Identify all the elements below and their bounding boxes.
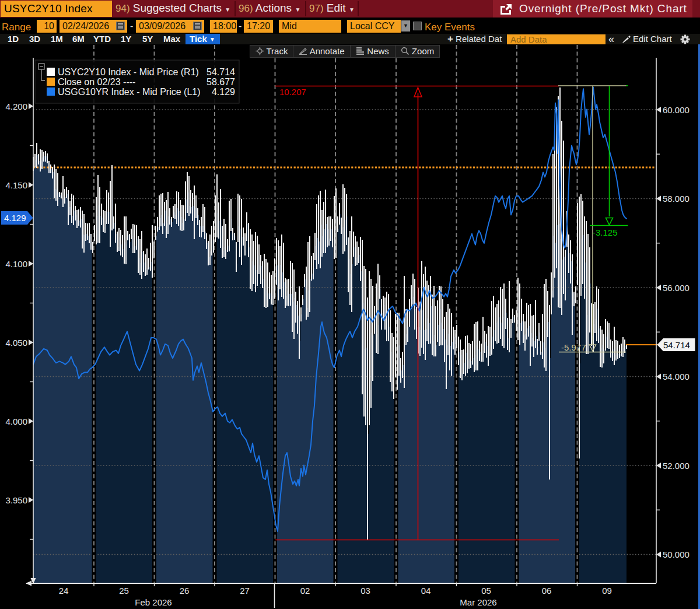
- svg-text:4.129: 4.129: [212, 87, 235, 97]
- svg-text:Close on 02/23 ----: Close on 02/23 ----: [58, 77, 135, 87]
- svg-text:26: 26: [180, 586, 190, 596]
- svg-text:3.950: 3.950: [5, 495, 27, 505]
- svg-text:-5.977: -5.977: [561, 342, 586, 352]
- svg-text:Feb 2026: Feb 2026: [135, 597, 172, 607]
- svg-text:56.000: 56.000: [663, 283, 690, 293]
- svg-text:4.200: 4.200: [5, 102, 27, 111]
- svg-text:60.000: 60.000: [663, 105, 690, 115]
- svg-text:-3.125: -3.125: [593, 228, 618, 237]
- svg-text:10.207: 10.207: [279, 87, 306, 97]
- svg-text:54.714: 54.714: [663, 340, 690, 350]
- svg-text:4.000: 4.000: [5, 416, 27, 426]
- svg-text:06: 06: [542, 586, 552, 596]
- svg-text:04: 04: [421, 586, 431, 596]
- svg-text:4.050: 4.050: [5, 338, 27, 348]
- svg-text:05: 05: [481, 586, 491, 596]
- svg-text:54.000: 54.000: [663, 372, 690, 382]
- svg-text:54.714: 54.714: [206, 67, 235, 77]
- svg-text:50.000: 50.000: [663, 550, 690, 559]
- svg-text:58.677: 58.677: [206, 77, 235, 87]
- svg-text:4.129: 4.129: [4, 213, 26, 223]
- svg-text:Mar 2026: Mar 2026: [460, 597, 496, 607]
- svg-text:4.100: 4.100: [5, 259, 27, 269]
- svg-text:USYC2Y10 Index - Mid Price (R1: USYC2Y10 Index - Mid Price (R1): [58, 67, 199, 77]
- svg-text:09: 09: [602, 586, 612, 596]
- svg-text:25: 25: [119, 586, 129, 596]
- svg-text:03: 03: [360, 586, 370, 596]
- svg-text:24: 24: [59, 586, 69, 596]
- svg-text:27: 27: [240, 586, 250, 596]
- svg-text:USGG10YR Index - Mid Price (L1: USGG10YR Index - Mid Price (L1): [58, 87, 201, 97]
- svg-text:58.000: 58.000: [663, 194, 690, 204]
- svg-text:52.000: 52.000: [663, 461, 690, 471]
- svg-text:4.150: 4.150: [5, 180, 27, 190]
- svg-text:02: 02: [300, 586, 310, 596]
